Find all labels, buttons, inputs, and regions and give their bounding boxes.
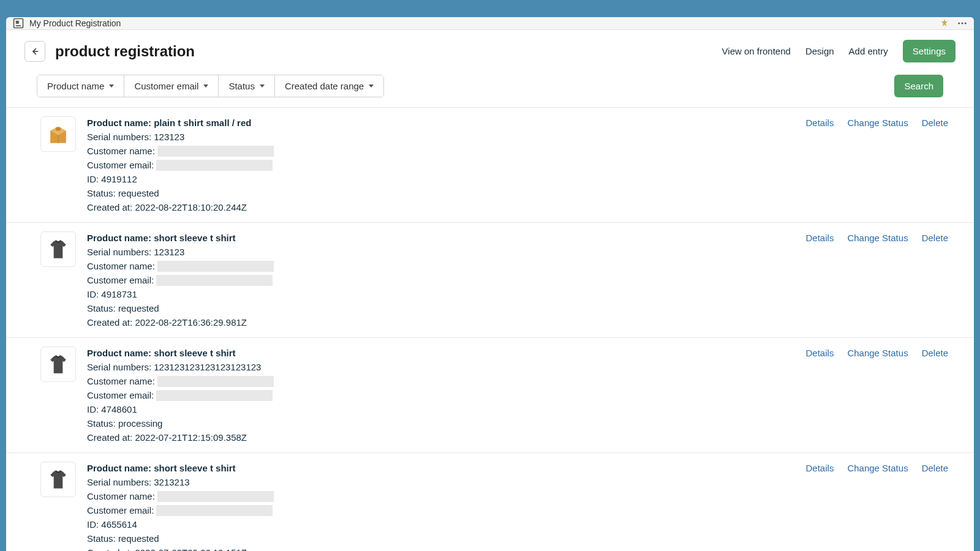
status-value: requested <box>118 187 159 200</box>
id-label: ID: <box>87 173 99 186</box>
entry-thumbnail <box>40 347 76 382</box>
product-name-label: Product name: <box>87 462 151 474</box>
created-at-label: Created at: <box>87 316 132 329</box>
entries-list: Product name: plain t shirt small / red … <box>6 107 974 551</box>
caret-down-icon <box>203 84 208 88</box>
delete-link[interactable]: Delete <box>922 233 948 243</box>
product-name-label: Product name: <box>87 116 151 129</box>
customer-email-redacted <box>156 390 273 401</box>
caret-down-icon <box>369 84 374 88</box>
settings-button[interactable]: Settings <box>903 40 956 62</box>
customer-name-redacted <box>157 376 274 387</box>
id-label: ID: <box>87 403 99 416</box>
serial-numbers-label: Serial numbers: <box>87 361 151 373</box>
search-button[interactable]: Search <box>894 75 943 97</box>
product-name-label: Product name: <box>87 347 151 359</box>
customer-name-label: Customer name: <box>87 490 155 503</box>
back-button[interactable] <box>24 41 45 62</box>
created-at-value: 2022-08-22T18:10:20.244Z <box>135 201 247 214</box>
status-label: Status: <box>87 417 116 430</box>
customer-email-label: Customer email: <box>87 504 154 517</box>
details-link[interactable]: Details <box>806 233 834 243</box>
serial-numbers-value: 123123 <box>154 246 184 258</box>
filter-product-name[interactable]: Product name <box>37 75 124 97</box>
entry-row: Product name: plain t shirt small / red … <box>6 108 974 223</box>
delete-link[interactable]: Delete <box>922 118 948 128</box>
created-at-value: 2022-08-22T16:36:29.981Z <box>135 316 247 329</box>
status-value: processing <box>118 417 163 430</box>
more-menu-icon[interactable] <box>957 18 968 29</box>
status-label: Status: <box>87 187 116 200</box>
entry-row: Product name: short sleeve t shirt Seria… <box>6 453 974 551</box>
status-value: requested <box>118 302 159 315</box>
change-status-link[interactable]: Change Status <box>847 118 908 128</box>
svg-point-4 <box>962 23 963 24</box>
filter-status[interactable]: Status <box>219 75 275 97</box>
details-link[interactable]: Details <box>806 463 834 473</box>
filter-product-name-label: Product name <box>47 81 104 91</box>
svg-rect-1 <box>16 21 19 24</box>
serial-numbers-value: 123123123123123123123 <box>154 361 261 373</box>
id-value: 4748601 <box>101 403 137 416</box>
customer-email-redacted <box>156 275 273 286</box>
page-title: product registration <box>55 43 722 60</box>
id-value: 4655614 <box>101 518 137 531</box>
customer-name-redacted <box>157 491 274 502</box>
id-label: ID: <box>87 518 99 531</box>
created-at-value: 2022-07-03T09:36:19.151Z <box>135 546 247 551</box>
svg-point-3 <box>958 23 960 24</box>
entry-thumbnail <box>40 116 76 152</box>
filter-status-label: Status <box>228 81 255 91</box>
status-label: Status: <box>87 532 116 545</box>
filter-created-range-label: Created date range <box>285 81 364 91</box>
view-on-frontend-link[interactable]: View on frontend <box>722 46 791 56</box>
design-link[interactable]: Design <box>805 46 834 56</box>
caret-down-icon <box>109 84 114 88</box>
entry-thumbnail <box>40 462 76 497</box>
change-status-link[interactable]: Change Status <box>847 233 908 243</box>
created-at-label: Created at: <box>87 546 132 551</box>
customer-name-redacted <box>157 146 274 157</box>
product-name-value: short sleeve t shirt <box>154 231 235 244</box>
customer-name-label: Customer name: <box>87 375 155 388</box>
page-header: product registration View on frontend De… <box>6 30 974 72</box>
svg-point-5 <box>965 23 967 24</box>
add-entry-link[interactable]: Add entry <box>849 46 888 56</box>
product-name-label: Product name: <box>87 231 151 244</box>
serial-numbers-label: Serial numbers: <box>87 130 151 143</box>
serial-numbers-value: 3213213 <box>154 476 189 489</box>
entry-thumbnail <box>40 231 76 267</box>
serial-numbers-value: 123123 <box>154 130 184 143</box>
created-at-value: 2022-07-21T12:15:09.358Z <box>135 431 247 444</box>
customer-email-redacted <box>156 505 273 516</box>
delete-link[interactable]: Delete <box>922 348 948 358</box>
id-value: 4919112 <box>101 173 137 186</box>
id-label: ID: <box>87 288 99 301</box>
change-status-link[interactable]: Change Status <box>847 463 908 473</box>
filter-bar: Product name Customer email Status Creat… <box>6 72 974 107</box>
app-logo-icon <box>12 17 24 29</box>
details-link[interactable]: Details <box>806 348 834 358</box>
topbar: My Product Registration <box>6 17 974 30</box>
delete-link[interactable]: Delete <box>922 463 948 473</box>
entry-row: Product name: short sleeve t shirt Seria… <box>6 338 974 453</box>
customer-name-redacted <box>157 261 274 272</box>
id-value: 4918731 <box>101 288 137 301</box>
created-at-label: Created at: <box>87 431 132 444</box>
pin-icon[interactable] <box>940 18 949 28</box>
entry-row: Product name: short sleeve t shirt Seria… <box>6 223 974 338</box>
filter-customer-email[interactable]: Customer email <box>124 75 219 97</box>
status-label: Status: <box>87 302 116 315</box>
customer-name-label: Customer name: <box>87 144 155 157</box>
change-status-link[interactable]: Change Status <box>847 348 908 358</box>
product-name-value: plain t shirt small / red <box>154 116 251 129</box>
filter-created-date-range[interactable]: Created date range <box>275 75 383 97</box>
caret-down-icon <box>260 84 265 88</box>
details-link[interactable]: Details <box>806 118 834 128</box>
product-name-value: short sleeve t shirt <box>154 347 235 359</box>
created-at-label: Created at: <box>87 201 132 214</box>
customer-email-redacted <box>156 160 273 171</box>
customer-email-label: Customer email: <box>87 274 154 287</box>
serial-numbers-label: Serial numbers: <box>87 476 151 489</box>
app-name: My Product Registration <box>29 18 121 28</box>
